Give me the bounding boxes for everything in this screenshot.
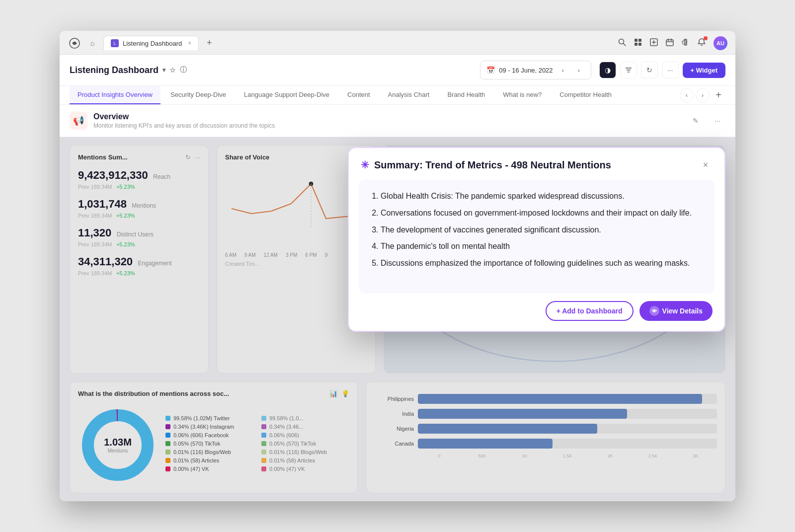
section-more-button[interactable]: ··· <box>710 113 725 129</box>
list-item-4: The pandemic's toll on mental health <box>381 240 703 253</box>
notification-icon[interactable] <box>698 38 706 48</box>
modal-title: Summary: Trend of Metrics - 498 Neutral … <box>374 159 694 171</box>
more-options-button[interactable]: ··· <box>662 62 679 78</box>
dashboard-title-text: Listening Dashboard <box>70 65 159 76</box>
tab-analysis-chart[interactable]: Analysis Chart <box>380 86 438 104</box>
section-edit-button[interactable]: ✎ <box>688 113 704 129</box>
add-widget-button[interactable]: + Widget <box>683 63 725 78</box>
list-item-1: Global Health Crisis: The pandemic spark… <box>381 190 703 203</box>
tab-content[interactable]: Content <box>339 86 378 104</box>
browser-actions: AU <box>618 36 727 50</box>
calendar-icon[interactable] <box>666 38 674 48</box>
svg-rect-5 <box>635 43 637 46</box>
summary-modal: ✳ Summary: Trend of Metrics - 498 Neutra… <box>348 147 725 332</box>
svg-rect-3 <box>635 39 637 42</box>
tab-competitor-health[interactable]: Competitor Health <box>552 86 620 104</box>
add-tab-button[interactable]: + <box>712 88 725 102</box>
date-range-text: 09 - 16 June, 2022 <box>499 67 553 74</box>
tab-security-deep-dive[interactable]: Security Deep-Dive <box>162 86 234 104</box>
favorite-star-icon[interactable]: ☆ <box>169 66 176 74</box>
view-details-icon: 👁 <box>649 306 659 316</box>
filter-button[interactable] <box>620 62 637 78</box>
notification-badge <box>704 36 708 40</box>
tab-brand-health[interactable]: Brand Health <box>439 86 493 104</box>
section-megaphone-icon: 📢 <box>70 112 87 130</box>
svg-rect-4 <box>638 39 641 42</box>
modal-asterisk-icon: ✳ <box>361 159 369 171</box>
list-item-2: Conversations focused on government-impo… <box>381 207 703 220</box>
section-subtitle: Monitor listening KPI's and key areas of… <box>93 122 275 129</box>
summary-list: Global Health Crisis: The pandemic spark… <box>371 180 703 283</box>
apps-grid-icon[interactable] <box>634 38 642 48</box>
app-header: Listening Dashboard ▾ ☆ ⓘ 📅 09 - 16 June… <box>60 55 735 86</box>
browser-chrome: ⌂ L Listening Dashboard × + <box>60 31 735 55</box>
list-item-5: Discussions emphasized the importance of… <box>381 257 703 270</box>
tab-favicon: L <box>111 39 119 47</box>
tab-close-button[interactable]: × <box>188 40 191 47</box>
modal-overlay: ✳ Summary: Trend of Metrics - 498 Neutra… <box>60 137 735 501</box>
modal-close-button[interactable]: × <box>699 158 713 172</box>
tab-label: Listening Dashboard <box>123 40 182 47</box>
browser-top-bar: ⌂ L Listening Dashboard × + <box>68 36 727 50</box>
user-avatar[interactable]: AU <box>714 36 727 50</box>
title-dropdown-chevron[interactable]: ▾ <box>162 67 165 74</box>
section-title: Overview <box>93 112 275 121</box>
section-info: Overview Monitor listening KPI's and key… <box>93 112 275 129</box>
svg-rect-10 <box>666 40 673 46</box>
browser-logo <box>68 36 81 50</box>
view-details-label: View Details <box>662 307 703 315</box>
tab-navigation: Product Insights Overview Security Deep-… <box>60 86 735 105</box>
date-range-picker[interactable]: 📅 09 - 16 June, 2022 ‹ › <box>480 61 591 79</box>
modal-footer: + Add to Dashboard 👁 View Details <box>349 293 724 331</box>
home-button[interactable]: ⌂ <box>85 36 99 50</box>
info-icon[interactable]: ⓘ <box>180 66 187 75</box>
svg-rect-6 <box>638 43 641 46</box>
section-action-buttons: ✎ ··· <box>688 113 725 129</box>
overview-section-header: 📢 Overview Monitor listening KPI's and k… <box>60 105 735 137</box>
new-tab-button[interactable]: + <box>203 37 216 50</box>
add-to-dashboard-button[interactable]: + Add to Dashboard <box>546 301 634 321</box>
tab-language-support[interactable]: Language Support Deep-Dive <box>236 86 337 104</box>
app-area: Listening Dashboard ▾ ☆ ⓘ 📅 09 - 16 June… <box>60 55 735 501</box>
date-next-button[interactable]: › <box>573 64 585 76</box>
date-picker-icon: 📅 <box>486 66 495 74</box>
browser-tab[interactable]: L Listening Dashboard × <box>103 36 199 50</box>
browser-window: ⌂ L Listening Dashboard × + <box>60 31 735 501</box>
dashboard-title: Listening Dashboard ▾ ☆ ⓘ <box>70 65 187 76</box>
date-prev-button[interactable]: ‹ <box>557 64 569 76</box>
svg-line-2 <box>624 43 626 46</box>
edit-icon[interactable] <box>650 38 658 48</box>
refresh-button[interactable]: ↻ <box>641 62 658 78</box>
modal-body: Global Health Crisis: The pandemic spark… <box>359 180 715 293</box>
tab-what-is-new[interactable]: What is new? <box>495 86 550 104</box>
tab-product-insights-overview[interactable]: Product Insights Overview <box>70 86 160 104</box>
tab-scroll-next[interactable]: › <box>696 88 710 102</box>
modal-header: ✳ Summary: Trend of Metrics - 498 Neutra… <box>349 148 724 180</box>
dashboard-content: Mentions Sum... ↻ ··· 9,423,912,330 Reac… <box>60 137 735 501</box>
tab-scroll-prev[interactable]: ‹ <box>680 88 694 102</box>
browser-search-icon[interactable] <box>618 38 626 48</box>
theme-toggle-button[interactable]: ◑ <box>599 62 616 78</box>
header-actions: ◑ ↻ ··· + Widget <box>599 62 725 78</box>
view-details-button[interactable]: 👁 View Details <box>639 301 713 321</box>
list-item-3: The development of vaccines generated si… <box>381 224 703 236</box>
extension-icon[interactable] <box>682 38 690 48</box>
